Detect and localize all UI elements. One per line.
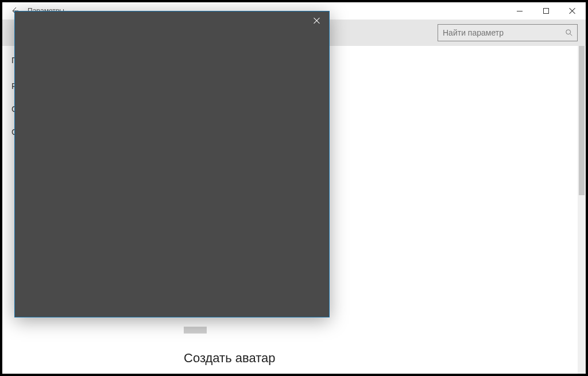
close-icon <box>314 17 320 24</box>
svg-line-2 <box>570 34 572 36</box>
close-icon <box>569 7 576 14</box>
action-button[interactable] <box>184 327 207 334</box>
search-icon <box>561 29 577 37</box>
maximize-icon <box>543 8 549 14</box>
search-box[interactable] <box>438 24 578 41</box>
minimize-icon <box>517 11 523 11</box>
minimize-button[interactable] <box>506 2 533 20</box>
maximize-button[interactable] <box>533 2 559 20</box>
svg-point-1 <box>566 30 571 34</box>
modal-dialog <box>14 11 330 317</box>
scrollbar-thumb[interactable] <box>579 46 585 195</box>
heading-create-avatar: Создать аватар <box>184 351 568 366</box>
settings-window: Параметры П Р С С тры и файлы е учетную … <box>2 2 586 374</box>
window-close-button[interactable] <box>559 2 586 20</box>
dialog-close-button[interactable] <box>308 14 326 28</box>
search-input[interactable] <box>438 28 561 37</box>
scrollbar[interactable] <box>578 46 586 374</box>
